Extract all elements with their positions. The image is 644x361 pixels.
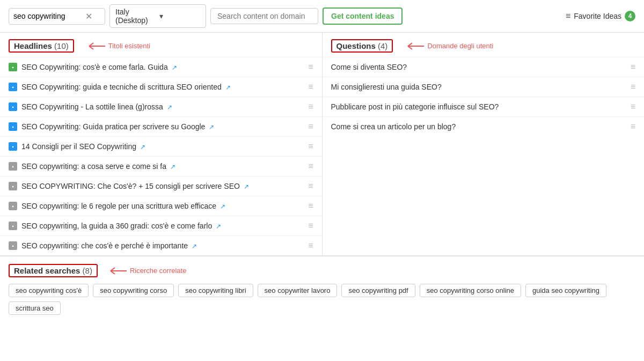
favorite-count-badge: 4 <box>625 11 635 21</box>
favicon-icon: ▪ <box>9 202 17 210</box>
favicon-icon: ▪ <box>9 102 17 111</box>
external-link-icon[interactable]: ↗ <box>170 163 175 171</box>
headline-text: SEO copywriting, la guida a 360 gradi: c… <box>21 222 304 230</box>
arrow-left-icon <box>85 41 106 51</box>
questions-annotation: Domande degli utenti <box>404 41 493 51</box>
location-label: Italy (Desktop) <box>115 8 156 25</box>
location-selector[interactable]: Italy (Desktop) ▾ <box>109 4 206 28</box>
external-link-icon[interactable]: ↗ <box>225 84 231 91</box>
sort-icon[interactable]: ≡ <box>631 62 635 72</box>
question-text: Pubblicare post in più categorie influis… <box>331 102 626 111</box>
table-row[interactable]: ▪ SEO COPYWRITING: Che Cos'è? + 15 consi… <box>0 176 322 196</box>
questions-annotation-text: Domande degli utenti <box>427 42 493 50</box>
external-link-icon[interactable]: ↗ <box>192 242 197 250</box>
favicon-icon: ▪ <box>9 162 17 171</box>
sort-icon[interactable]: ≡ <box>308 82 313 92</box>
sort-icon[interactable]: ≡ <box>631 82 635 92</box>
table-row[interactable]: ▪ SEO copywriting: le 6 regole per una s… <box>0 196 322 216</box>
sort-icon[interactable]: ≡ <box>308 221 313 231</box>
table-row[interactable]: ▪ SEO Copywriting: Guida pratica per scr… <box>0 116 322 136</box>
table-row[interactable]: Pubblicare post in più categorie influis… <box>323 97 645 116</box>
question-text: Come si crea un articolo per un blog? <box>331 122 626 131</box>
external-link-icon[interactable]: ↗ <box>209 123 214 131</box>
related-count: (8) <box>83 266 92 275</box>
related-tags-row: seo copywriting cos'èseo copywriting cor… <box>9 284 635 315</box>
search-input[interactable] <box>13 12 83 20</box>
headlines-title: Headlines <box>14 41 52 50</box>
search-input-wrap: ✕ <box>9 8 105 25</box>
clear-icon[interactable]: ✕ <box>85 11 92 21</box>
table-row[interactable]: ▪ SEO Copywriting: guida e tecniche di s… <box>0 77 322 97</box>
sort-icon[interactable]: ≡ <box>308 102 313 112</box>
sort-icon[interactable]: ≡ <box>308 161 313 171</box>
questions-header: Questions (4) Domande degli utenti <box>323 33 645 57</box>
headlines-title-box: Headlines (10) <box>9 39 74 53</box>
related-search-tag[interactable]: seo copywriting cos'è <box>9 284 89 297</box>
headlines-annotation: Titoli esistenti <box>85 41 150 51</box>
favicon-icon: ▪ <box>9 182 17 190</box>
headlines-count: (10) <box>54 41 69 50</box>
list-icon: ≡ <box>566 11 570 21</box>
header-right: ≡ Favorite Ideas 4 <box>566 11 635 21</box>
sort-icon[interactable]: ≡ <box>308 181 313 191</box>
related-annotation: Ricerche correlate <box>106 266 187 276</box>
favicon-icon: ▪ <box>9 122 17 131</box>
top-sections: Headlines (10) Titoli esistenti ▪ SEO Co… <box>0 33 644 256</box>
headline-text: SEO Copywriting - La sottile linea (g)ro… <box>21 102 304 111</box>
related-search-tag[interactable]: seo copywriter lavoro <box>258 284 338 297</box>
main-content: Headlines (10) Titoli esistenti ▪ SEO Co… <box>0 33 644 322</box>
questions-title-box: Questions (4) <box>331 39 393 53</box>
headline-text: SEO Copywriting: guida e tecniche di scr… <box>21 83 304 91</box>
external-link-icon[interactable]: ↗ <box>140 143 145 151</box>
external-link-icon[interactable]: ↗ <box>220 203 225 210</box>
external-link-icon[interactable]: ↗ <box>172 64 177 71</box>
related-annotation-text: Ricerche correlate <box>130 267 187 275</box>
related-search-tag[interactable]: seo copywriting corso online <box>420 284 521 297</box>
related-search-tag[interactable]: scrittura seo <box>9 301 61 315</box>
headline-text: SEO copywriting: le 6 regole per una scr… <box>21 202 304 210</box>
external-link-icon[interactable]: ↗ <box>244 183 249 190</box>
sort-icon[interactable]: ≡ <box>631 102 635 112</box>
headline-text: SEO copywriting: a cosa serve e come si … <box>21 162 304 171</box>
table-row[interactable]: Mi consiglieresti una guida SEO? ≡ <box>323 77 645 97</box>
table-row[interactable]: ▪ SEO copywriting: che cos'è e perché è … <box>0 235 322 255</box>
questions-count: (4) <box>378 41 387 50</box>
related-search-tag[interactable]: seo copywriting libri <box>178 284 253 297</box>
external-link-icon[interactable]: ↗ <box>167 104 172 111</box>
related-searches-section: Related searches (8) Ricerche correlate … <box>0 256 644 322</box>
table-row[interactable]: ▪ SEO Copywriting - La sottile linea (g)… <box>0 97 322 116</box>
related-search-tag[interactable]: seo copywriting pdf <box>341 284 415 297</box>
sort-icon[interactable]: ≡ <box>308 201 313 211</box>
questions-title: Questions <box>336 41 376 50</box>
favicon-icon: ▪ <box>9 142 17 151</box>
table-row[interactable]: Come si crea un articolo per un blog? ≡ <box>323 116 645 136</box>
headlines-list: ▪ SEO Copywriting: cos'è e come farla. G… <box>0 57 322 255</box>
arrow-left-icon2 <box>404 41 425 51</box>
arrow-left-icon3 <box>106 266 128 276</box>
related-title: Related searches <box>14 266 80 275</box>
header: ✕ Italy (Desktop) ▾ Get content ideas ≡ … <box>0 0 644 33</box>
questions-panel: Questions (4) Domande degli utenti Come … <box>323 33 645 255</box>
table-row[interactable]: ▪ 14 Consigli per il SEO Copywriting ↗ ≡ <box>0 136 322 156</box>
related-search-tag[interactable]: seo copywriting corso <box>93 284 174 297</box>
headline-text: SEO copywriting: che cos'è e perché è im… <box>21 241 304 250</box>
sort-icon[interactable]: ≡ <box>308 62 313 72</box>
domain-search-input[interactable] <box>210 8 318 24</box>
sort-icon[interactable]: ≡ <box>308 122 313 131</box>
headlines-header: Headlines (10) Titoli esistenti <box>0 33 322 57</box>
table-row[interactable]: ▪ SEO copywriting, la guida a 360 gradi:… <box>0 216 322 235</box>
external-link-icon[interactable]: ↗ <box>216 223 221 230</box>
table-row[interactable]: ▪ SEO Copywriting: cos'è e come farla. G… <box>0 57 322 77</box>
related-title-box: Related searches (8) <box>9 264 98 277</box>
sort-icon[interactable]: ≡ <box>308 241 313 251</box>
table-row[interactable]: ▪ SEO copywriting: a cosa serve e come s… <box>0 156 322 176</box>
favicon-icon: ▪ <box>9 63 17 71</box>
related-header: Related searches (8) Ricerche correlate <box>9 264 635 277</box>
sort-icon[interactable]: ≡ <box>308 142 313 151</box>
table-row[interactable]: Come si diventa SEO? ≡ <box>323 57 645 77</box>
favicon-icon: ▪ <box>9 241 17 250</box>
related-search-tag[interactable]: guida seo copywriting <box>525 284 606 297</box>
sort-icon[interactable]: ≡ <box>631 122 635 131</box>
get-content-ideas-button[interactable]: Get content ideas <box>323 8 402 25</box>
headline-text: SEO COPYWRITING: Che Cos'è? + 15 consigl… <box>21 182 304 190</box>
